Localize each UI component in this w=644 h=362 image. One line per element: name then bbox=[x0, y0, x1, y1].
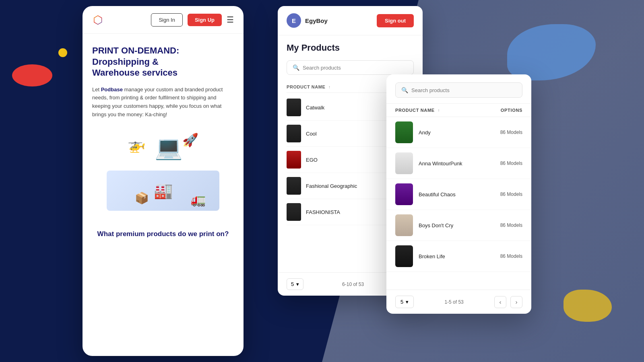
signup-button[interactable]: Sign Up bbox=[188, 14, 222, 26]
front-col-options-header: OPTIONS bbox=[486, 108, 522, 113]
per-page-value: 5 bbox=[291, 281, 294, 287]
product-name: Andy bbox=[419, 130, 485, 136]
search-icon: 🔍 bbox=[401, 87, 408, 93]
product-thumbnail bbox=[395, 214, 413, 236]
product-thumbnail bbox=[395, 152, 413, 174]
user-name: EgyBoy bbox=[305, 17, 328, 24]
menu-button[interactable]: ☰ bbox=[227, 15, 234, 25]
product-models: 86 Models bbox=[490, 160, 522, 166]
front-products-list: Andy 86 Models Anna WintourPunk 86 Model… bbox=[386, 117, 531, 290]
sort-arrow-icon: ↑ bbox=[438, 108, 440, 113]
search-icon: 🔍 bbox=[293, 64, 299, 71]
table-row: Anna WintourPunk 86 Models bbox=[386, 148, 531, 179]
product-thumbnail bbox=[287, 203, 301, 221]
product-models: 86 Models bbox=[490, 130, 522, 135]
product-models: 86 Models bbox=[490, 253, 522, 259]
front-table-header: PRODUCT NAME ↑ OPTIONS bbox=[386, 104, 531, 117]
product-name: Broken Life bbox=[419, 253, 485, 259]
box-icon: 📦 bbox=[135, 191, 149, 205]
user-avatar: E bbox=[287, 13, 301, 28]
hero-title-line2: Dropshipping & bbox=[92, 57, 159, 67]
signout-button[interactable]: Sign out bbox=[377, 14, 414, 27]
hero-description: Let Podbase manage your custom and brand… bbox=[92, 86, 234, 119]
logo-icon bbox=[92, 12, 107, 27]
brand-name: Podbase bbox=[101, 86, 123, 93]
product-name: Beautiful Chaos bbox=[419, 191, 485, 197]
bottom-title: What premium products do we print on? bbox=[92, 230, 234, 238]
nav-buttons: Sign In Sign Up ☰ bbox=[151, 13, 234, 27]
hero-illustration: 🚁 💻 🚀 🏭 📦 🚛 bbox=[92, 130, 234, 219]
table-row: Broken Life 86 Models bbox=[386, 241, 531, 272]
product-thumbnail bbox=[395, 245, 413, 267]
bg-yellow-circle bbox=[58, 48, 67, 57]
left-phone-panel: Sign In Sign Up ☰ PRINT ON-DEMAND: Drops… bbox=[83, 6, 244, 356]
table-row: Andy 86 Models bbox=[386, 117, 531, 148]
products-search-bar[interactable]: 🔍 bbox=[287, 60, 414, 75]
bg-red-ellipse bbox=[12, 64, 52, 86]
sort-arrow-icon: ↑ bbox=[328, 85, 331, 89]
front-pagination-prev-button[interactable]: ‹ bbox=[494, 296, 506, 308]
chevron-down-icon: ▾ bbox=[296, 281, 299, 287]
truck-icon: 🚛 bbox=[191, 193, 206, 207]
front-col-product-name-header: PRODUCT NAME ↑ bbox=[395, 108, 486, 113]
table-row: Beautiful Chaos 86 Models bbox=[386, 179, 531, 210]
front-card-search: 🔍 bbox=[386, 74, 531, 104]
product-name: Anna WintourPunk bbox=[419, 160, 485, 167]
product-thumbnail bbox=[395, 183, 413, 205]
rocket-icon: 🚀 bbox=[182, 132, 198, 148]
product-thumbnail bbox=[287, 177, 301, 195]
front-products-card: 🔍 PRODUCT NAME ↑ OPTIONS Andy 86 Models … bbox=[386, 74, 531, 314]
middle-card-header: E EgyBoy Sign out bbox=[278, 6, 423, 35]
left-panel-content: PRINT ON-DEMAND: Dropshipping & Warehous… bbox=[83, 34, 244, 356]
product-name: Boys Don't Cry bbox=[419, 222, 485, 228]
chevron-down-icon: ▾ bbox=[406, 299, 409, 305]
product-thumbnail bbox=[287, 151, 301, 169]
product-models: 86 Models bbox=[490, 191, 522, 197]
product-thumbnail bbox=[287, 99, 301, 116]
left-panel-header: Sign In Sign Up ☰ bbox=[83, 6, 244, 34]
product-name: FASHIONISTA bbox=[306, 209, 389, 215]
table-row: Boys Don't Cry 86 Models bbox=[386, 210, 531, 241]
product-models: 86 Models bbox=[490, 222, 522, 228]
front-per-page-value: 5 bbox=[400, 299, 403, 305]
laptop-icon: 💻 bbox=[155, 134, 183, 161]
hero-desc-before: Let bbox=[92, 86, 101, 93]
col-product-name-header: PRODUCT NAME ↑ bbox=[287, 84, 390, 89]
hero-title: PRINT ON-DEMAND: Dropshipping & Warehous… bbox=[92, 45, 234, 78]
product-thumbnail bbox=[395, 121, 413, 143]
products-search-input[interactable] bbox=[303, 65, 408, 71]
front-card-footer: 5 ▾ 1-5 of 53 ‹ › bbox=[386, 290, 531, 314]
product-name: Cool bbox=[306, 131, 389, 137]
drone-icon: 🚁 bbox=[128, 136, 146, 153]
signin-button[interactable]: Sign In bbox=[151, 13, 182, 27]
per-page-select[interactable]: 5 ▾ bbox=[287, 278, 303, 290]
front-pagination-info: 1-5 of 53 bbox=[418, 299, 490, 305]
logo-cube bbox=[93, 13, 106, 26]
front-per-page-select[interactable]: 5 ▾ bbox=[395, 296, 414, 308]
product-name: Catwalk bbox=[306, 105, 389, 111]
front-pagination-next-button[interactable]: › bbox=[510, 296, 522, 308]
hero-title-line3: Warehouse services bbox=[92, 68, 178, 78]
product-thumbnail bbox=[287, 125, 301, 142]
product-name: Fashional Geographic bbox=[306, 183, 389, 189]
pagination-info: 6-10 of 53 bbox=[308, 282, 398, 287]
front-search-input[interactable] bbox=[411, 87, 516, 93]
hero-title-line1: PRINT ON-DEMAND: bbox=[92, 45, 179, 56]
my-products-title: My Products bbox=[287, 43, 414, 53]
product-name: EGO bbox=[306, 157, 389, 163]
front-search-bar[interactable]: 🔍 bbox=[395, 82, 522, 98]
